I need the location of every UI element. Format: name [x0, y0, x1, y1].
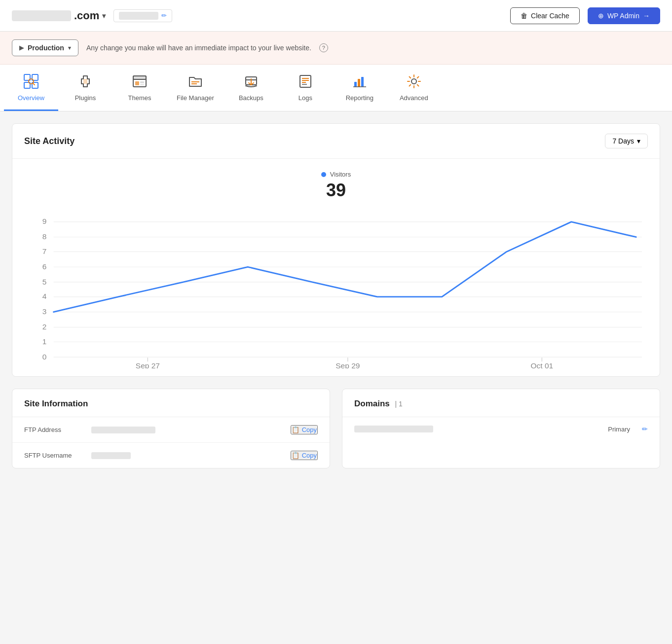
svg-text:8: 8	[42, 233, 47, 241]
site-information-card: Site Information FTP Address 📋 Copy SFTP…	[12, 389, 330, 468]
edit-blurred	[119, 12, 158, 20]
domain-display: .com ▾	[12, 9, 106, 22]
legend-label: Visitors	[330, 171, 351, 178]
site-activity-header: Site Activity 7 Days ▾	[12, 124, 660, 159]
clear-cache-button[interactable]: 🗑 Clear Cache	[510, 7, 580, 24]
tab-file-manager[interactable]: File Manager	[167, 65, 224, 111]
domains-title-text: Domains	[354, 399, 390, 408]
chart-legend: Visitors	[24, 171, 648, 178]
tab-backups-label: Backups	[239, 94, 263, 102]
svg-rect-23	[361, 77, 364, 87]
ftp-address-value	[91, 427, 155, 433]
help-icon[interactable]: ?	[319, 43, 328, 52]
environment-label: Production	[28, 44, 64, 52]
domain-suffix: .com	[74, 9, 99, 22]
tab-file-manager-label: File Manager	[177, 94, 214, 102]
days-select-chevron: ▾	[637, 137, 640, 145]
tab-logs-label: Logs	[299, 94, 312, 102]
svg-rect-21	[354, 82, 357, 87]
svg-text:4: 4	[42, 292, 47, 301]
svg-text:2: 2	[42, 322, 47, 331]
svg-rect-6	[83, 79, 87, 84]
sftp-copy-button[interactable]: 📋 Copy	[291, 451, 318, 460]
reporting-icon	[351, 72, 369, 90]
svg-rect-8	[133, 76, 146, 79]
sftp-copy-label: Copy	[302, 452, 317, 459]
header: .com ▾ ✏ 🗑 Clear Cache ⊕ WP Admin →	[0, 0, 672, 32]
tab-advanced[interactable]: Advanced	[387, 65, 441, 111]
domain-blurred	[12, 10, 71, 21]
site-information-header: Site Information	[12, 389, 330, 417]
visitors-chart: 0 1 2 3 4 5 6 7 8	[24, 211, 648, 368]
svg-text:7: 7	[42, 247, 47, 255]
domain-chevron-icon[interactable]: ▾	[102, 12, 106, 20]
days-select-button[interactable]: 7 Days ▾	[605, 134, 648, 148]
overview-icon	[22, 72, 40, 90]
svg-rect-16	[300, 75, 311, 87]
edit-box[interactable]: ✏	[113, 9, 172, 22]
chart-container: Visitors 39 0 1 2 3 4	[12, 159, 660, 376]
visitors-count: 39	[24, 180, 648, 201]
edit-icon: ✏	[161, 12, 167, 19]
svg-rect-9	[135, 81, 139, 85]
environment-bar: ▶ Production ▾ Any change you make will …	[0, 32, 672, 65]
tab-reporting[interactable]: Reporting	[333, 65, 387, 111]
domain-value	[354, 426, 433, 432]
site-information-title: Site Information	[24, 399, 88, 408]
domains-title: Domains | 1	[354, 399, 403, 408]
domain-edit-icon[interactable]: ✏	[642, 425, 648, 433]
env-chevron-icon: ▾	[68, 45, 71, 51]
site-activity-title: Site Activity	[24, 136, 75, 146]
ftp-copy-label: Copy	[302, 426, 317, 433]
days-select-label: 7 Days	[612, 137, 634, 145]
svg-text:9: 9	[42, 217, 47, 226]
main-content: Site Activity 7 Days ▾ Visitors 39 0	[0, 111, 672, 480]
environment-message: Any change you make will have an immedia…	[86, 44, 311, 52]
tab-advanced-label: Advanced	[400, 94, 428, 102]
svg-rect-22	[358, 79, 360, 87]
legend-dot	[321, 172, 326, 177]
svg-text:Sep 29: Sep 29	[336, 361, 360, 368]
sftp-username-row: SFTP Username 📋 Copy	[12, 443, 330, 468]
svg-text:5: 5	[42, 278, 47, 286]
backups-icon	[242, 72, 260, 90]
tab-backups[interactable]: Backups	[224, 65, 278, 111]
ftp-address-label: FTP Address	[24, 426, 83, 433]
wp-admin-label: WP Admin	[607, 12, 639, 20]
advanced-icon	[405, 72, 423, 90]
tab-themes[interactable]: Themes	[112, 65, 167, 111]
bottom-row: Site Information FTP Address 📋 Copy SFTP…	[12, 389, 660, 468]
copy-icon-2: 📋	[292, 452, 299, 459]
tab-logs[interactable]: Logs	[278, 65, 333, 111]
tab-reporting-label: Reporting	[346, 94, 373, 102]
plugins-icon	[76, 72, 94, 90]
play-icon: ▶	[19, 44, 24, 51]
domains-card: Domains | 1 Primary ✏	[342, 389, 660, 468]
tab-overview[interactable]: Overview	[4, 65, 58, 111]
domains-header: Domains | 1	[342, 389, 660, 417]
tab-overview-label: Overview	[18, 94, 44, 102]
svg-text:Oct 01: Oct 01	[531, 361, 554, 368]
tab-plugins[interactable]: Plugins	[58, 65, 112, 111]
svg-text:0: 0	[42, 353, 47, 361]
navigation-tabs: Overview Plugins Themes	[0, 65, 672, 111]
themes-icon	[131, 72, 149, 90]
svg-text:3: 3	[42, 308, 47, 316]
svg-text:6: 6	[42, 262, 47, 271]
domain-row: Primary ✏	[342, 417, 660, 441]
ftp-copy-button[interactable]: 📋 Copy	[291, 425, 318, 434]
environment-badge[interactable]: ▶ Production ▾	[12, 39, 78, 56]
chart-area: 0 1 2 3 4 5 6 7 8	[24, 211, 648, 368]
copy-icon: 📋	[292, 426, 299, 433]
svg-point-25	[411, 79, 416, 84]
sftp-username-label: SFTP Username	[24, 452, 83, 459]
wp-admin-button[interactable]: ⊕ WP Admin →	[588, 7, 660, 24]
file-manager-icon	[187, 72, 204, 90]
cache-icon: 🗑	[521, 12, 527, 20]
clear-cache-label: Clear Cache	[531, 12, 569, 20]
wp-icon: ⊕	[598, 12, 604, 20]
tab-plugins-label: Plugins	[75, 94, 96, 102]
svg-text:Sep 27: Sep 27	[136, 361, 160, 368]
svg-rect-10	[140, 81, 144, 83]
logs-icon	[297, 72, 314, 90]
